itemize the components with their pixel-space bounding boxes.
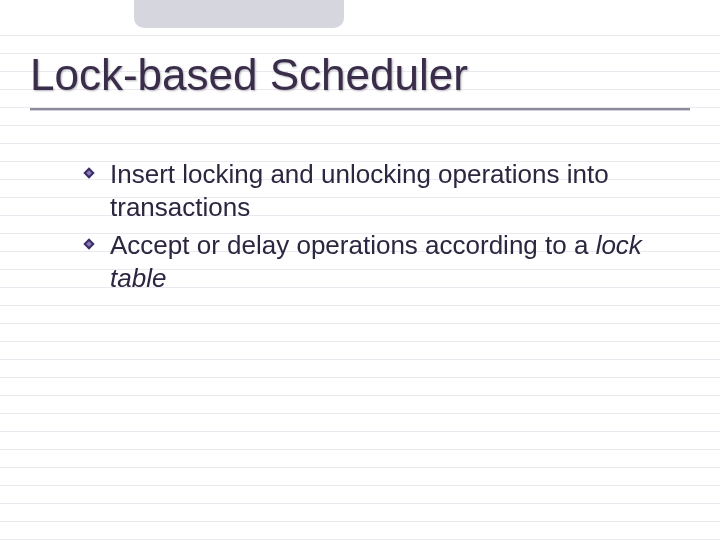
- slide-title: Lock-based Scheduler: [30, 52, 690, 98]
- diamond-bullet-icon: [82, 166, 96, 180]
- top-tab-decoration: [134, 0, 344, 28]
- list-item-text: Accept or delay operations according to …: [110, 230, 596, 260]
- title-area: Lock-based Scheduler: [30, 52, 690, 110]
- list-item: Accept or delay operations according to …: [82, 229, 680, 296]
- title-underline: [30, 108, 690, 110]
- top-bar: [0, 0, 720, 32]
- body-area: Insert locking and unlocking operations …: [82, 158, 680, 299]
- list-item-text: Insert locking and unlocking operations …: [110, 159, 609, 222]
- slide: Lock-based Scheduler Insert locking and …: [0, 0, 720, 540]
- list-item: Insert locking and unlocking operations …: [82, 158, 680, 225]
- diamond-bullet-icon: [82, 237, 96, 251]
